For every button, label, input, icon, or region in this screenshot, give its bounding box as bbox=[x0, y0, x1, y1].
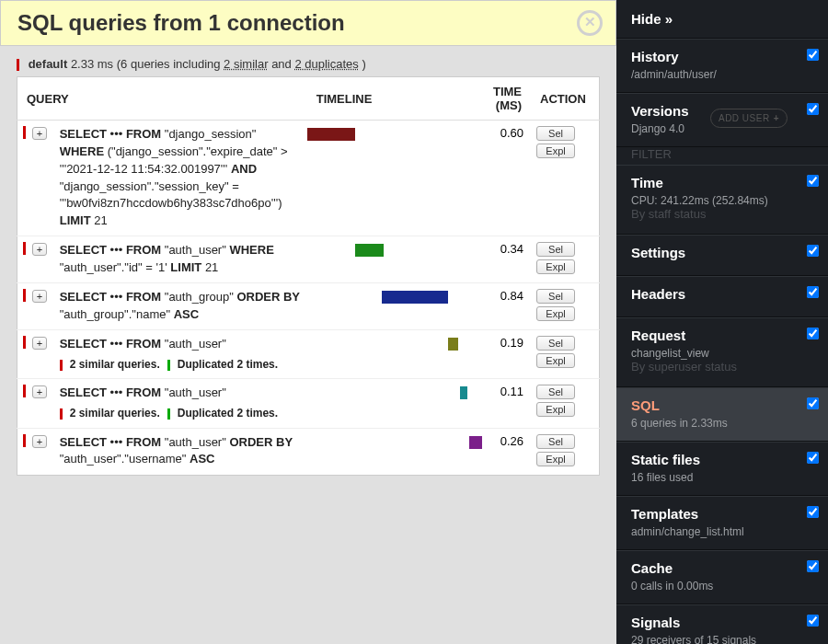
sidebar-panel-time[interactable]: TimeCPU: 241.22ms (252.84ms)By staff sta… bbox=[616, 165, 828, 235]
select-button[interactable]: Sel bbox=[536, 336, 575, 351]
similar-queries-link[interactable]: 2 similar bbox=[224, 57, 268, 71]
action-cell: SelExpl bbox=[531, 428, 599, 475]
expand-cell: + bbox=[27, 236, 54, 283]
query-flags: 2 similar queries.Duplicated 2 times. bbox=[60, 357, 302, 373]
sidebar-panel-static-files[interactable]: Static files16 files used bbox=[616, 442, 828, 496]
row-marker-cell bbox=[17, 330, 28, 379]
sidebar-panel-title: Headers bbox=[631, 286, 813, 302]
query-sql: SELECT ••• FROM "auth_user"2 similar que… bbox=[54, 330, 307, 379]
sidebar-panel-title: Templates bbox=[631, 506, 813, 522]
background-add-user-button: ADD USER+ bbox=[710, 109, 788, 128]
action-cell: SelExpl bbox=[531, 283, 599, 330]
sidebar-panel-versions[interactable]: VersionsDjango 4.0ADD USER+ bbox=[616, 93, 828, 147]
action-cell: SelExpl bbox=[531, 330, 599, 379]
debug-toolbar-sidebar: Hide » History/admin/auth/user/VersionsD… bbox=[616, 0, 828, 644]
connection-and: and bbox=[269, 57, 295, 71]
sidebar-panel-checkbox[interactable] bbox=[807, 397, 819, 409]
expand-button[interactable]: + bbox=[32, 290, 47, 303]
sidebar-panel-sql[interactable]: SQL6 queries in 2.33ms bbox=[616, 387, 828, 442]
sidebar-panel-checkbox[interactable] bbox=[807, 49, 819, 61]
row-marker-cell bbox=[17, 236, 28, 283]
explain-button[interactable]: Expl bbox=[536, 144, 575, 158]
connection-summary: default 2.33 ms (6 queries including 2 s… bbox=[0, 46, 616, 76]
sidebar-panel-cache[interactable]: Cache0 calls in 0.00ms bbox=[616, 550, 828, 604]
action-cell: SelExpl bbox=[531, 379, 599, 428]
query-time: 0.19 bbox=[477, 330, 531, 379]
sidebar-panel-checkbox[interactable] bbox=[807, 328, 819, 339]
sidebar-panel-title: Request bbox=[631, 328, 813, 343]
expand-button[interactable]: + bbox=[32, 243, 47, 256]
sidebar-panel-title: Settings bbox=[631, 245, 813, 260]
explain-button[interactable]: Expl bbox=[536, 353, 575, 368]
query-flags: 2 similar queries.Duplicated 2 times. bbox=[60, 406, 302, 421]
timeline-cell bbox=[307, 330, 477, 379]
sidebar-panel-templates[interactable]: Templatesadmin/change_list.html bbox=[616, 496, 828, 550]
sidebar-panel-checkbox[interactable] bbox=[807, 286, 819, 298]
timeline-cell bbox=[307, 236, 477, 283]
sidebar-panel-title: Time bbox=[631, 175, 813, 190]
sidebar-panel-history[interactable]: History/admin/auth/user/ bbox=[616, 39, 828, 93]
hide-toolbar-button[interactable]: Hide » bbox=[616, 0, 828, 39]
sidebar-panel-subtitle: admin/change_list.html bbox=[631, 525, 813, 538]
sidebar-panel-checkbox[interactable] bbox=[807, 245, 819, 257]
duplicate-flag-text: Duplicated 2 times. bbox=[178, 358, 278, 371]
duplicate-flag-text: Duplicated 2 times. bbox=[178, 407, 278, 420]
sidebar-panel-checkbox[interactable] bbox=[807, 506, 819, 518]
expand-button[interactable]: + bbox=[32, 337, 47, 350]
sidebar-panel-request[interactable]: Requestchangelist_viewBy superuser statu… bbox=[616, 317, 828, 387]
expand-cell: + bbox=[27, 379, 54, 428]
query-row: +SELECT ••• FROM "django_session" WHERE … bbox=[17, 121, 600, 236]
sidebar-panel-checkbox[interactable] bbox=[807, 560, 819, 572]
connection-count-prefix: (6 queries including bbox=[117, 57, 224, 71]
expand-button[interactable]: + bbox=[32, 127, 47, 140]
sidebar-panel-subtitle: 29 receivers of 15 signals bbox=[631, 634, 813, 644]
col-action: ACTION bbox=[531, 77, 599, 121]
query-sql: SELECT ••• FROM "auth_user" ORDER BY "au… bbox=[54, 428, 307, 475]
col-timeline: TIMELINE bbox=[307, 77, 477, 121]
select-button[interactable]: Sel bbox=[536, 289, 575, 304]
sidebar-panel-title: Static files bbox=[631, 452, 813, 467]
timeline-cell bbox=[307, 283, 477, 330]
row-marker-cell bbox=[17, 428, 28, 475]
expand-button[interactable]: + bbox=[32, 435, 47, 448]
expand-button[interactable]: + bbox=[32, 385, 47, 398]
query-time: 0.84 bbox=[477, 283, 531, 330]
sidebar-panel-checkbox[interactable] bbox=[807, 103, 819, 115]
sidebar-panel-checkbox[interactable] bbox=[807, 452, 819, 464]
select-button[interactable]: Sel bbox=[536, 126, 575, 141]
col-query: QUERY bbox=[17, 77, 307, 121]
select-button[interactable]: Sel bbox=[536, 242, 575, 257]
explain-button[interactable]: Expl bbox=[536, 452, 575, 466]
row-marker-cell bbox=[17, 121, 28, 236]
select-button[interactable]: Sel bbox=[536, 434, 575, 449]
query-time: 0.26 bbox=[477, 428, 531, 475]
sidebar-panel-checkbox[interactable] bbox=[807, 175, 819, 187]
select-button[interactable]: Sel bbox=[536, 385, 575, 399]
sidebar-panel-signals[interactable]: Signals29 receivers of 15 signals bbox=[616, 604, 828, 644]
explain-button[interactable]: Expl bbox=[536, 402, 575, 417]
row-marker-cell bbox=[17, 379, 28, 428]
timeline-cell bbox=[307, 121, 477, 236]
sidebar-panel-headers[interactable]: Headers bbox=[616, 276, 828, 317]
background-admin-text: By staff status bbox=[631, 207, 813, 221]
close-icon[interactable]: ✕ bbox=[577, 10, 603, 36]
query-sql: SELECT ••• FROM "auth_user"2 similar que… bbox=[54, 379, 307, 428]
row-marker-icon bbox=[23, 126, 26, 139]
sidebar-panel-title: SQL bbox=[631, 397, 813, 413]
explain-button[interactable]: Expl bbox=[536, 306, 575, 321]
expand-cell: + bbox=[27, 330, 54, 379]
similar-flag-text: 2 similar queries. bbox=[70, 358, 160, 371]
query-sql: SELECT ••• FROM "django_session" WHERE (… bbox=[54, 121, 307, 236]
similar-flag-text: 2 similar queries. bbox=[70, 407, 160, 420]
sidebar-panel-settings[interactable]: Settings bbox=[616, 235, 828, 276]
sidebar-panel-subtitle: 16 files used bbox=[631, 471, 813, 484]
query-sql: SELECT ••• FROM "auth_user" WHERE "auth_… bbox=[54, 236, 307, 283]
explain-button[interactable]: Expl bbox=[536, 259, 575, 274]
duplicate-queries-link[interactable]: 2 duplicates bbox=[294, 57, 358, 71]
connection-time: 2.33 ms bbox=[71, 57, 113, 71]
sidebar-panel-checkbox[interactable] bbox=[807, 615, 819, 627]
connection-count-suffix: ) bbox=[359, 57, 366, 71]
sidebar-panel-title: History bbox=[631, 49, 813, 64]
expand-cell: + bbox=[27, 121, 54, 236]
expand-cell: + bbox=[27, 428, 54, 475]
